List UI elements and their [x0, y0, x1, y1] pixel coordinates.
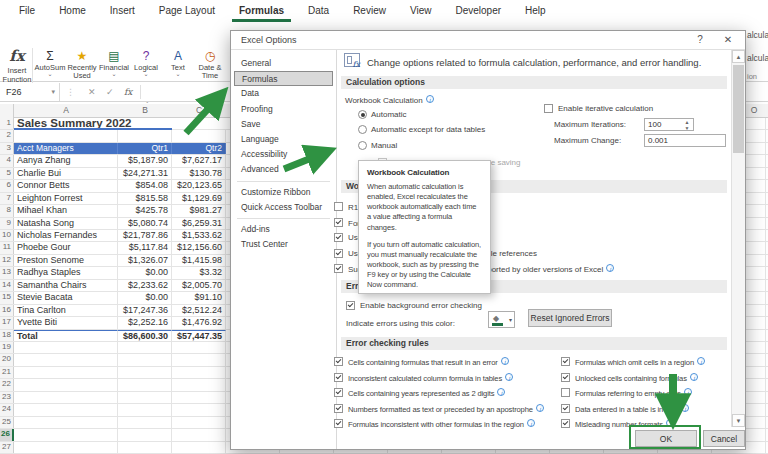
- radio-label[interactable]: Manual: [371, 141, 397, 150]
- row-header[interactable]: 25: [0, 417, 14, 428]
- sheet-cell[interactable]: Stevie Bacata: [14, 292, 118, 303]
- info-icon[interactable]: i: [681, 404, 689, 412]
- enter-entry-icon[interactable]: ✓: [106, 83, 114, 101]
- sheet-cell[interactable]: Charlie Bui: [14, 168, 118, 179]
- row-header[interactable]: 4: [0, 155, 14, 166]
- checkbox[interactable]: [334, 218, 343, 227]
- row-header[interactable]: 15: [0, 292, 14, 303]
- checkbox[interactable]: [561, 404, 570, 413]
- row-header[interactable]: 6: [0, 180, 14, 191]
- sheet-cell[interactable]: [14, 130, 118, 141]
- rule-label[interactable]: Unlocked cells containing formulasi: [575, 373, 698, 383]
- ribbon-tab[interactable]: Review: [346, 0, 393, 22]
- sheet-cell[interactable]: Qtr2: [172, 143, 226, 154]
- checkbox[interactable]: [561, 388, 570, 397]
- sheet-cell[interactable]: $130.78: [172, 168, 226, 179]
- info-icon[interactable]: i: [505, 373, 513, 381]
- sheet-cell[interactable]: Yvette Biti: [14, 317, 118, 328]
- radio-button[interactable]: [358, 141, 367, 150]
- maximum-change-input[interactable]: 0.001: [644, 134, 726, 147]
- row-header[interactable]: 23: [0, 392, 14, 403]
- sheet-cell[interactable]: Leighton Forrest: [14, 193, 118, 204]
- spinner-icon[interactable]: ▲▼: [683, 119, 691, 131]
- dialog-sidebar-item[interactable]: Advanced: [231, 162, 336, 177]
- info-icon[interactable]: i: [684, 388, 692, 396]
- enable-iterative-calculation-label[interactable]: Enable iterative calculation: [558, 104, 653, 113]
- ribbon-tab[interactable]: Insert: [103, 0, 142, 22]
- sheet-cell[interactable]: Phoebe Gour: [14, 242, 118, 253]
- ribbon-tab[interactable]: View: [403, 0, 439, 22]
- dialog-sidebar-item[interactable]: Accessibility: [231, 147, 336, 162]
- sheet-cell[interactable]: [118, 429, 172, 440]
- sheet-cell[interactable]: [118, 354, 172, 365]
- sheet-cell[interactable]: $1,326.07: [118, 255, 172, 266]
- enable-background-error-checking-label[interactable]: Enable background error checking: [360, 301, 482, 310]
- sheet-cell[interactable]: [172, 429, 226, 440]
- cancel-entry-icon[interactable]: ✕: [88, 83, 96, 101]
- sheet-cell[interactable]: $0.00: [118, 267, 172, 278]
- checkbox[interactable]: [334, 404, 343, 413]
- rule-label[interactable]: Formulas referring to empty cellsi: [575, 388, 692, 398]
- sheet-cell[interactable]: [172, 342, 226, 353]
- sheet-cell[interactable]: Total: [14, 330, 118, 341]
- sheet-cell[interactable]: Samantha Chairs: [14, 280, 118, 291]
- rule-label[interactable]: Cells containing years represented as 2 …: [348, 388, 505, 398]
- sheet-cell[interactable]: Radhya Staples: [14, 267, 118, 278]
- sheet-cell[interactable]: $3.32: [172, 267, 226, 278]
- row-header[interactable]: 13: [0, 267, 14, 278]
- sheet-cell[interactable]: Nicholas Fernandes: [14, 230, 118, 241]
- dialog-sidebar-item[interactable]: General: [231, 56, 336, 71]
- dialog-sidebar-item[interactable]: Add-ins: [231, 222, 336, 237]
- scroll-down-icon[interactable]: ▼: [732, 414, 745, 427]
- sheet-cell[interactable]: [14, 379, 118, 390]
- row-header[interactable]: 8: [0, 205, 14, 216]
- checkbox[interactable]: [334, 373, 343, 382]
- ribbon-tab[interactable]: Page Layout: [152, 0, 222, 22]
- sheet-cell[interactable]: $2,233.62: [118, 280, 172, 291]
- maximum-iterations-input[interactable]: 100 ▲▼: [644, 118, 694, 131]
- sheet-cell[interactable]: $17,247.36: [118, 305, 172, 316]
- sheet-cell[interactable]: $981.27: [172, 205, 226, 216]
- ribbon-button[interactable]: ▤ Financial ⌄: [98, 47, 130, 86]
- ribbon-button[interactable]: ★ Recently Used ⌄: [66, 47, 98, 86]
- rule-label[interactable]: Cells containing formulas that result in…: [348, 357, 509, 367]
- row-header[interactable]: 19: [0, 342, 14, 353]
- row-header[interactable]: 17: [0, 317, 14, 328]
- sheet-cell[interactable]: $5,080.74: [118, 218, 172, 229]
- row-header[interactable]: 26: [0, 429, 14, 440]
- info-icon[interactable]: i: [497, 388, 505, 396]
- sheet-cell[interactable]: $5,187.90: [118, 155, 172, 166]
- rule-label[interactable]: Data entered in a table is invalidi: [575, 404, 689, 414]
- sheet-cell[interactable]: [118, 342, 172, 353]
- sheet-cell[interactable]: $2,512.24: [172, 305, 226, 316]
- sheet-cell[interactable]: Qtr1: [118, 143, 172, 154]
- dialog-sidebar-item[interactable]: Quick Access Toolbar: [231, 200, 336, 215]
- row-header[interactable]: 9: [0, 218, 14, 229]
- radio-button[interactable]: [358, 110, 367, 119]
- ribbon-tab[interactable]: Home: [52, 0, 93, 22]
- sheet-cell[interactable]: Preston Senome: [14, 255, 118, 266]
- name-box-dropdown-icon[interactable]: ▾: [51, 83, 55, 101]
- sheet-cell[interactable]: [172, 404, 226, 415]
- sheet-cell[interactable]: $2,252.16: [118, 317, 172, 328]
- sheet-cell[interactable]: [14, 342, 118, 353]
- dialog-sidebar-item[interactable]: Save: [231, 117, 336, 132]
- checkbox[interactable]: [334, 388, 343, 397]
- sheet-cell[interactable]: Connor Betts: [14, 180, 118, 191]
- row-header[interactable]: 10: [0, 230, 14, 241]
- sheet-cell[interactable]: [172, 354, 226, 365]
- cancel-button[interactable]: Cancel: [703, 430, 745, 447]
- sheet-cell[interactable]: [172, 367, 226, 378]
- sheet-cell[interactable]: [14, 367, 118, 378]
- sheet-cell[interactable]: [118, 392, 172, 403]
- error-color-picker-button[interactable]: ◆ ▾: [488, 311, 515, 328]
- dialog-sidebar-item[interactable]: Data: [231, 86, 336, 101]
- radio-button[interactable]: [358, 125, 367, 134]
- radio-label[interactable]: Automatic except for data tables: [371, 125, 485, 134]
- row-header[interactable]: 20: [0, 354, 14, 365]
- checkbox[interactable]: [334, 264, 343, 273]
- sheet-cell[interactable]: $425.78: [118, 205, 172, 216]
- ribbon-button[interactable]: Σ AutoSum ⌄: [34, 47, 66, 86]
- sheet-cell[interactable]: [118, 130, 172, 141]
- enable-background-error-checking-checkbox[interactable]: [346, 301, 355, 310]
